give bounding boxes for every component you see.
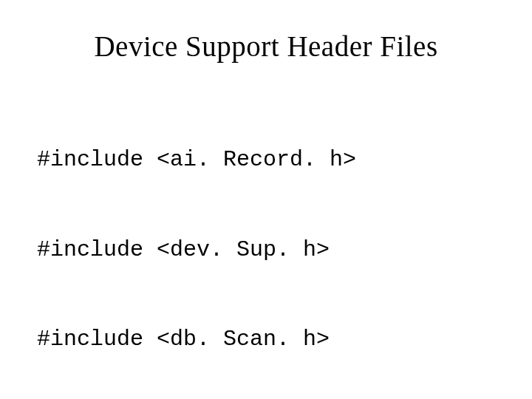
code-line-1: #include <ai. Record. h> [37, 145, 495, 175]
code-line-2: #include <dev. Sup. h> [37, 235, 495, 265]
slide-container: Device Support Header Files #include <ai… [0, 0, 532, 399]
code-block: #include <ai. Record. h> #include <dev. … [37, 85, 495, 399]
slide-title: Device Support Header Files [37, 30, 495, 63]
code-line-3: #include <db. Scan. h> [37, 324, 495, 355]
